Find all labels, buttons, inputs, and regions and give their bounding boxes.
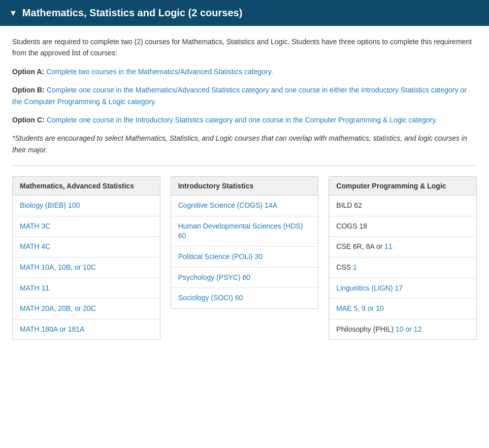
table-row: CSE 6R, 8A or 11 — [329, 237, 476, 258]
table-row: BILD 62 — [329, 196, 476, 216]
course-text-prefix: CSS — [336, 263, 353, 271]
column-header-col2: Introductory Statistics — [171, 177, 318, 196]
option-a-label: Option A: — [12, 68, 44, 76]
table-row: Biology (BIEB) 100 — [13, 196, 160, 216]
course-link[interactable]: Linguistics (LIGN) 17 — [336, 284, 403, 292]
option-a-paragraph: Option A: Complete two courses in the Ma… — [12, 66, 477, 77]
course-link[interactable]: Psychology (PSYC) 60 — [178, 273, 250, 281]
table-row: MATH 10A, 10B, or 10C — [13, 258, 160, 278]
option-b-label: Option B: — [12, 86, 45, 94]
option-c-text: Complete one course in the Introductory … — [45, 116, 437, 124]
table-row: Psychology (PSYC) 60 — [171, 268, 318, 289]
section-header: ▼ Mathematics, Statistics and Logic (2 c… — [0, 0, 489, 26]
course-link[interactable]: MATH 4C — [20, 242, 50, 250]
course-text: COGS 18 — [336, 222, 367, 230]
table-row: MATH 4C — [13, 237, 160, 258]
section-body: Students are required to complete two (2… — [0, 26, 489, 350]
course-link[interactable]: MATH 10A, 10B, or 10C — [20, 263, 96, 271]
course-link[interactable]: MATH 11 — [20, 284, 49, 292]
option-b-paragraph: Option B: Complete one course in the Mat… — [12, 84, 477, 107]
column-header-col3: Computer Programming & Logic — [329, 177, 476, 196]
option-b-text: Complete one course in the Mathematics/A… — [12, 86, 467, 105]
divider — [12, 166, 477, 166]
column-header-col1: Mathematics, Advanced Statistics — [13, 177, 160, 196]
table-row: COGS 18 — [329, 216, 476, 237]
table-row: Linguistics (LIGN) 17 — [329, 278, 476, 299]
course-link[interactable]: MAE 5, 9 or 10 — [336, 304, 383, 312]
course-link-part[interactable]: 10 or 12 — [396, 325, 421, 333]
table-row: MATH 11 — [13, 278, 160, 299]
column-col3: Computer Programming & LogicBILD 62COGS … — [329, 176, 477, 340]
table-row: MATH 20A, 20B, or 20C — [13, 299, 160, 319]
course-text-prefix: CSE 6R, 8A or — [336, 242, 384, 250]
course-link[interactable]: MATH 180A or 181A — [20, 325, 84, 333]
option-a-text: Complete two courses in the Mathematics/… — [44, 68, 273, 76]
section-title: Mathematics, Statistics and Logic (2 cou… — [22, 7, 242, 19]
column-col1: Mathematics, Advanced StatisticsBiology … — [12, 176, 160, 340]
table-row: CSS 1 — [329, 258, 476, 278]
course-link-part[interactable]: 11 — [384, 242, 393, 250]
option-c-label: Option C: — [12, 116, 45, 124]
course-link[interactable]: MATH 20A, 20B, or 20C — [20, 304, 96, 312]
table-row: Philosophy (PHIL) 10 or 12 — [329, 319, 476, 340]
course-link-part[interactable]: 1 — [353, 263, 357, 271]
table-row: Sociology (SOCI) 60 — [171, 288, 318, 308]
course-link[interactable]: Political Science (POLI) 30 — [178, 252, 263, 261]
course-text-prefix: Philosophy (PHIL) — [336, 325, 396, 333]
intro-text: Students are required to complete two (2… — [12, 38, 472, 57]
course-link[interactable]: Biology (BIEB) 100 — [20, 201, 80, 209]
columns-container: Mathematics, Advanced StatisticsBiology … — [12, 176, 477, 340]
table-row: Human Developmental Sciences (HDS) 60 — [171, 216, 318, 247]
table-row: MATH 180A or 181A — [13, 319, 160, 340]
option-c-paragraph: Option C: Complete one course in the Int… — [12, 114, 477, 125]
intro-paragraph: Students are required to complete two (2… — [12, 36, 477, 59]
table-row: MATH 3C — [13, 216, 160, 237]
course-text: BILD 62 — [336, 201, 362, 209]
table-row: Cognitive Science (COGS) 14A — [171, 196, 318, 216]
table-row: Political Science (POLI) 30 — [171, 247, 318, 268]
course-link[interactable]: Human Developmental Sciences (HDS) 60 — [178, 222, 303, 240]
course-link[interactable]: Sociology (SOCI) 60 — [178, 294, 243, 302]
course-link[interactable]: Cognitive Science (COGS) 14A — [178, 201, 277, 209]
column-col2: Introductory StatisticsCognitive Science… — [171, 176, 319, 309]
course-link[interactable]: MATH 3C — [20, 222, 50, 230]
collapse-arrow-icon[interactable]: ▼ — [9, 9, 17, 18]
table-row: MAE 5, 9 or 10 — [329, 299, 476, 319]
italic-note: *Students are encouraged to select Mathe… — [12, 133, 477, 155]
